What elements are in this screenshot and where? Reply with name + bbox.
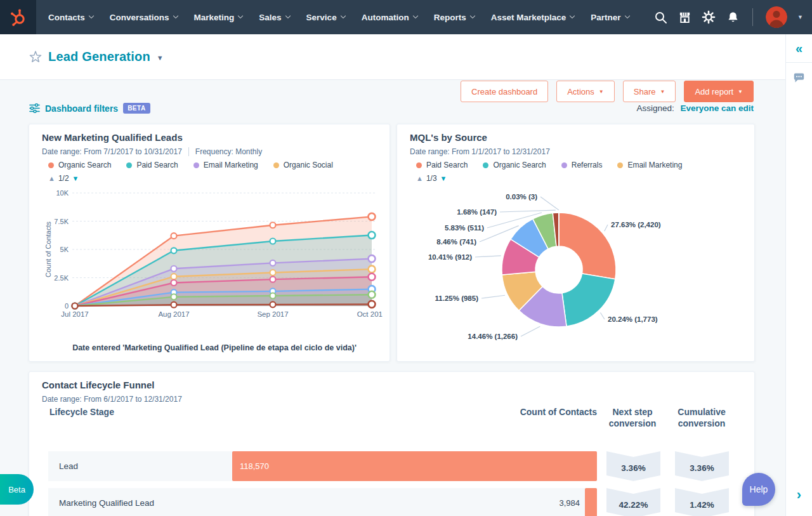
help-button[interactable]: Help [742,473,775,506]
svg-text:Oct 2017: Oct 2017 [357,310,383,318]
page: ContactsConversationsMarketingSalesServi… [0,0,812,516]
hubspot-logo[interactable] [0,0,36,34]
nav-right-tools: ▼ [653,0,812,34]
legend-next-icon[interactable]: ▼ [440,175,447,182]
settings-icon[interactable] [702,10,716,24]
share-button[interactable]: Share▼ [623,81,676,102]
actions-label: Actions [567,87,594,96]
legend-item-organic-search[interactable]: Organic Search [483,161,546,169]
legend: Paid SearchOrganic SearchReferralsEmail … [416,161,682,169]
top-navigation: ContactsConversationsMarketingSalesServi… [0,0,812,34]
funnel-bar[interactable] [585,488,597,516]
avatar-photo [766,6,787,28]
legend-item-email-marketing[interactable]: Email Marketing [193,161,258,169]
date-range: Date range: From 7/1/2017 to 10/31/2017 [42,147,182,156]
legend-item-email-marketing[interactable]: Email Marketing [617,161,682,169]
assigned-value-link[interactable]: Everyone can edit [680,103,754,113]
column-header-next-step: Next step conversion [602,407,663,429]
chevron-down-icon: ▼ [599,89,604,95]
legend-dot [561,162,567,168]
page-title: Lead Generation [48,50,150,64]
nav-item-label: Marketing [194,13,235,22]
legend-dot [48,162,54,168]
legend-item-organic-search[interactable]: Organic Search [48,161,111,169]
legend-label: Organic Search [58,161,111,169]
funnel-stage-label: Marketing Qualified Lead [59,488,154,516]
column-header-cumulative: Cumulative conversion [669,407,735,429]
add-report-button[interactable]: Add report▼ [684,81,754,102]
chevron-down-icon [469,13,475,18]
donut-chart[interactable]: 27.63% (2,420)20.24% (1,773)14.46% (1,26… [410,185,743,358]
legend-label: Paid Search [136,161,178,169]
donut-label: 8.46% (741) [436,238,476,246]
nav-item-contacts[interactable]: Contacts [40,0,102,34]
svg-text:7.5K: 7.5K [54,218,69,225]
column-header-count: Count of Contacts [486,407,597,417]
donut-label: 0.03% (3) [506,193,537,201]
svg-text:2.5K: 2.5K [54,274,69,282]
report-title: New Marketing Qualified Leads [42,132,183,143]
comments-icon[interactable] [786,63,812,83]
legend-prev-icon[interactable]: ▲ [48,175,55,182]
nav-item-service[interactable]: Service [298,0,353,34]
dashboard-filters-label: Dashboard filters [45,103,118,114]
nav-item-reports[interactable]: Reports [426,0,483,34]
funnel-rows: Lead118,5703.36%3.36%Marketing Qualified… [48,451,729,516]
donut-label: 11.25% (985) [435,294,479,302]
nav-divider [752,8,753,26]
legend: Organic SearchPaid SearchEmail Marketing… [48,161,333,169]
nav-item-label: Reports [434,13,466,22]
area-line-chart[interactable]: 02.5K5K7.5K10KJul 2017Aug 2017Sep 2017Oc… [42,185,383,320]
nav-item-automation[interactable]: Automation [353,0,426,34]
create-dashboard-label: Create dashboard [471,87,537,96]
funnel-bar[interactable] [232,451,597,481]
legend-next-icon[interactable]: ▼ [72,175,79,182]
chevron-down-icon [285,13,290,18]
beta-pill-button[interactable]: Beta [0,474,34,505]
legend-item-paid-search[interactable]: Paid Search [126,161,178,169]
collapse-panel-icon[interactable]: « [786,34,812,62]
nav-item-marketing[interactable]: Marketing [186,0,251,34]
legend-item-referrals[interactable]: Referrals [561,161,603,169]
x-axis-caption: Date entered 'Marketing Qualified Lead (… [55,343,374,354]
marketplace-icon[interactable] [678,10,691,24]
avatar[interactable] [766,6,787,28]
legend-dot [273,162,279,168]
nav-item-label: Sales [259,13,281,22]
favorite-star-icon[interactable] [29,51,42,63]
next-step-conversion-badge: 3.36% [606,451,660,481]
donut-slice-paid-search[interactable] [559,213,616,279]
funnel-row-lead: Lead118,5703.36%3.36% [48,451,729,481]
nav-item-partner[interactable]: Partner [582,0,637,34]
legend-dot [617,162,623,168]
dashboard-filters-button[interactable]: Dashboard filters BETA [29,103,150,114]
legend-item-paid-search[interactable]: Paid Search [416,161,468,169]
right-rail: « › [785,34,812,516]
nav-item-sales[interactable]: Sales [251,0,298,34]
notifications-icon[interactable] [726,10,740,24]
legend-pager: ▲ 1/3 ▼ [416,174,447,183]
legend-label: Email Marketing [627,161,682,169]
actions-button[interactable]: Actions▼ [556,81,615,102]
nav-item-asset-marketplace[interactable]: Asset Marketplace [483,0,583,34]
legend-dot [193,162,199,168]
page-header: Lead Generation ▼ Create dashboard Actio… [0,34,812,80]
frequency: Frequency: Monthly [188,147,262,156]
donut-label: 14.46% (1,266) [468,333,518,340]
dashboard-chevron-down-icon[interactable]: ▼ [157,54,164,62]
legend-prev-icon[interactable]: ▲ [416,175,423,182]
create-dashboard-button[interactable]: Create dashboard [461,81,548,102]
search-icon[interactable] [653,10,667,24]
legend-label: Referrals [572,161,603,169]
chevron-down-icon [412,13,417,18]
card-mql-by-source: MQL's by Source Date range: From 1/1/201… [396,124,755,362]
legend-item-organic-social[interactable]: Organic Social [273,161,333,169]
account-chevron-down-icon[interactable]: ▼ [797,14,803,20]
donut-label: 5.83% (511) [445,224,484,232]
nav-item-label: Service [306,13,337,22]
expand-chevron-icon[interactable]: › [786,488,812,502]
chevron-down-icon: ▼ [738,89,743,95]
hubspot-sprocket-icon [10,8,27,26]
nav-item-label: Conversations [110,13,169,22]
nav-item-conversations[interactable]: Conversations [102,0,186,34]
